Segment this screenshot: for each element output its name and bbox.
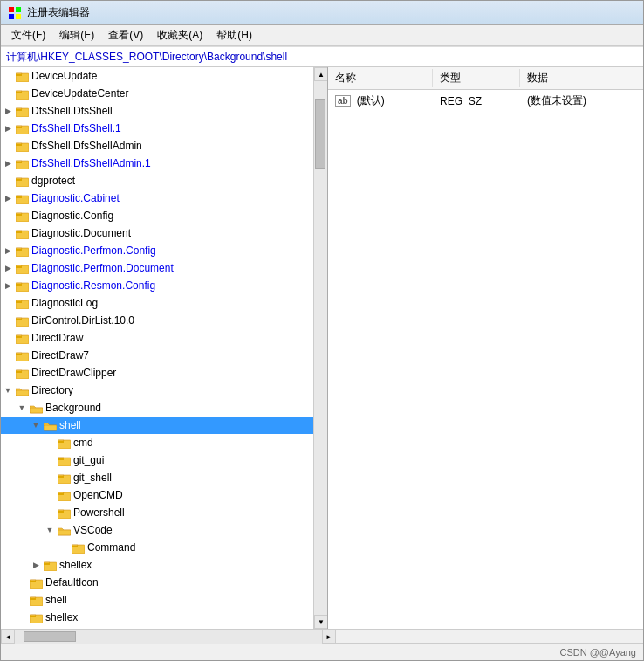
tree-item-diagnostic-perfmon-document[interactable]: ▶ Diagnostic.Perfmon.Document bbox=[1, 259, 313, 277]
tree-item-label: DiagnosticLog bbox=[31, 297, 98, 309]
tree-item-directdraw-clipper[interactable]: DirectDrawClipper bbox=[1, 364, 313, 382]
tree-expander[interactable]: ▼ bbox=[29, 418, 43, 432]
tree-item-cmd[interactable]: cmd bbox=[1, 434, 313, 451]
tree-expander[interactable]: ▼ bbox=[1, 383, 15, 397]
tree-item-shellex[interactable]: ▶ shellex bbox=[1, 556, 313, 574]
tree-item-device-update-center[interactable]: DeviceUpdateCenter bbox=[1, 85, 313, 102]
tree-expander[interactable]: ▶ bbox=[29, 558, 43, 572]
scroll-left-button[interactable]: ◄ bbox=[1, 630, 15, 644]
tree-item-shellex2[interactable]: shellex bbox=[1, 609, 313, 626]
tree-expander[interactable]: ▶ bbox=[1, 104, 15, 118]
svg-rect-30 bbox=[16, 214, 22, 216]
tree-item-diagnostic-config[interactable]: Diagnostic.Config bbox=[1, 207, 313, 224]
col-name: 名称 bbox=[328, 69, 433, 87]
tree-item-label: DfsShell.DfsShellAdmin.1 bbox=[31, 157, 151, 169]
tree-item-directdraw[interactable]: DirectDraw bbox=[1, 329, 313, 347]
tree-item-defaulticon[interactable]: DefaultIcon bbox=[1, 574, 313, 591]
folder-icon bbox=[15, 122, 29, 134]
tree-item-label: DfsShell.DfsShell.1 bbox=[31, 122, 121, 134]
tree-item-diagnostic-log[interactable]: DiagnosticLog bbox=[1, 294, 313, 312]
folder-icon bbox=[15, 140, 29, 152]
menu-help[interactable]: 帮助(H) bbox=[209, 26, 259, 45]
svg-rect-92 bbox=[30, 598, 36, 600]
tree-item-diagnostic-resmon-config[interactable]: ▶ Diagnostic.Resmon.Config bbox=[1, 277, 313, 294]
tree-expander[interactable]: ▼ bbox=[15, 401, 29, 415]
tree-item-git-gui[interactable]: git_gui bbox=[1, 451, 313, 469]
scroll-right-button[interactable]: ► bbox=[322, 630, 336, 644]
svg-rect-27 bbox=[16, 196, 22, 198]
tree-item-dfs-shell-1[interactable]: ▶ DfsShell.DfsShell.1 bbox=[1, 120, 313, 137]
tree-item-dfs-shell-admin[interactable]: DfsShell.DfsShellAdmin bbox=[1, 137, 313, 155]
tree-item-shell2[interactable]: shell bbox=[1, 591, 313, 609]
svg-rect-21 bbox=[16, 162, 22, 163]
scrollbars-area: ◄ ► bbox=[1, 629, 643, 643]
scroll-track[interactable] bbox=[314, 81, 327, 615]
h-scroll-thumb[interactable] bbox=[24, 631, 76, 642]
tree-item-device-update[interactable]: DeviceUpdate bbox=[1, 67, 313, 85]
svg-rect-48 bbox=[16, 319, 22, 320]
folder-icon bbox=[15, 384, 29, 396]
tree-item-label: shell bbox=[59, 419, 81, 431]
svg-rect-9 bbox=[16, 92, 22, 93]
menu-file[interactable]: 文件(F) bbox=[4, 26, 52, 45]
vertical-scrollbar[interactable]: ▲ ▼ bbox=[313, 67, 327, 629]
tree-item-diagnostic-document[interactable]: Diagnostic.Document bbox=[1, 224, 313, 242]
tree-item-label: Background bbox=[45, 402, 101, 414]
tree-expander[interactable]: ▶ bbox=[1, 628, 15, 629]
tree-item-directshow[interactable]: ▶ DirectShow bbox=[1, 626, 313, 629]
h-scroll-track[interactable] bbox=[15, 630, 322, 644]
tree-item-diagnostic-cabinet[interactable]: ▶ Diagnostic.Cabinet bbox=[1, 189, 313, 207]
tree-item-vscode[interactable]: ▼ VSCode bbox=[1, 521, 313, 539]
menu-favorites[interactable]: 收藏夹(A) bbox=[150, 26, 209, 45]
tree-expander[interactable]: ▼ bbox=[43, 523, 57, 537]
tree-item-directory[interactable]: ▼ Directory bbox=[1, 382, 313, 399]
tree-item-command[interactable]: Command bbox=[1, 539, 313, 556]
folder-icon bbox=[15, 157, 29, 169]
tree-item-directdraw7[interactable]: DirectDraw7 bbox=[1, 347, 313, 364]
detail-row[interactable]: ab (默认) REG_SZ (数值未设置) bbox=[328, 90, 643, 112]
tree-pane: DeviceUpdate DeviceUpdateCenter▶ DfsShel… bbox=[1, 67, 328, 629]
tree-item-opencmd[interactable]: OpenCMD bbox=[1, 486, 313, 504]
folder-icon bbox=[15, 192, 29, 204]
tree-item-shell[interactable]: ▼ shell bbox=[1, 417, 313, 434]
tree-item-git-shell[interactable]: git_shell bbox=[1, 469, 313, 486]
scroll-thumb[interactable] bbox=[315, 99, 325, 169]
svg-rect-0 bbox=[9, 7, 14, 12]
tree-expander[interactable]: ▶ bbox=[1, 121, 15, 135]
address-bar[interactable]: 计算机\HKEY_CLASSES_ROOT\Directory\Backgrou… bbox=[1, 46, 643, 67]
tree-expander[interactable]: ▶ bbox=[1, 244, 15, 258]
value-data: (数值未设置) bbox=[520, 92, 625, 110]
tree-item-dfs-shell[interactable]: ▶ DfsShell.DfsShell bbox=[1, 102, 313, 120]
tree-item-label: cmd bbox=[73, 437, 93, 449]
folder-icon bbox=[15, 210, 29, 222]
menu-edit[interactable]: 编辑(E) bbox=[52, 26, 101, 45]
credit-text: CSDN @@Ayang bbox=[559, 647, 636, 658]
tree-item-label: git_shell bbox=[73, 472, 112, 484]
folder-icon bbox=[15, 297, 29, 309]
tree-expander[interactable]: ▶ bbox=[1, 261, 15, 275]
scroll-down-button[interactable]: ▼ bbox=[314, 615, 328, 629]
tree-item-diagnostic-perfmon-config[interactable]: ▶ Diagnostic.Perfmon.Config bbox=[1, 242, 313, 259]
tree-item-label: shell bbox=[45, 594, 67, 606]
menu-view[interactable]: 查看(V) bbox=[101, 26, 150, 45]
tree-item-background[interactable]: ▼ Background bbox=[1, 399, 313, 417]
col-type: 类型 bbox=[433, 69, 520, 87]
tree-item-dgprotect[interactable]: dgprotect bbox=[1, 172, 313, 189]
ab-icon: ab bbox=[335, 95, 351, 107]
scroll-up-button[interactable]: ▲ bbox=[314, 67, 328, 81]
tree-item-label: Diagnostic.Document bbox=[31, 227, 131, 239]
tree-item-dfs-shell-admin-1[interactable]: ▶ DfsShell.DfsShellAdmin.1 bbox=[1, 155, 313, 172]
tree-item-label: DeviceUpdateCenter bbox=[31, 87, 128, 100]
folder-icon bbox=[15, 244, 29, 257]
svg-rect-72 bbox=[58, 476, 64, 478]
tree-item-label: DfsShell.DfsShellAdmin bbox=[31, 140, 142, 152]
folder-icon bbox=[71, 541, 85, 554]
tree-expander[interactable]: ▶ bbox=[1, 191, 15, 205]
svg-rect-63 bbox=[44, 425, 57, 430]
tree-content[interactable]: DeviceUpdate DeviceUpdateCenter▶ DfsShel… bbox=[1, 67, 313, 629]
tree-item-powershell[interactable]: Powershell bbox=[1, 504, 313, 521]
tree-item-dircontrol[interactable]: DirControl.DirList.10.0 bbox=[1, 312, 313, 329]
tree-expander[interactable]: ▶ bbox=[1, 156, 15, 170]
tree-expander[interactable]: ▶ bbox=[1, 279, 15, 293]
tree-item-label: DirControl.DirList.10.0 bbox=[31, 314, 134, 327]
